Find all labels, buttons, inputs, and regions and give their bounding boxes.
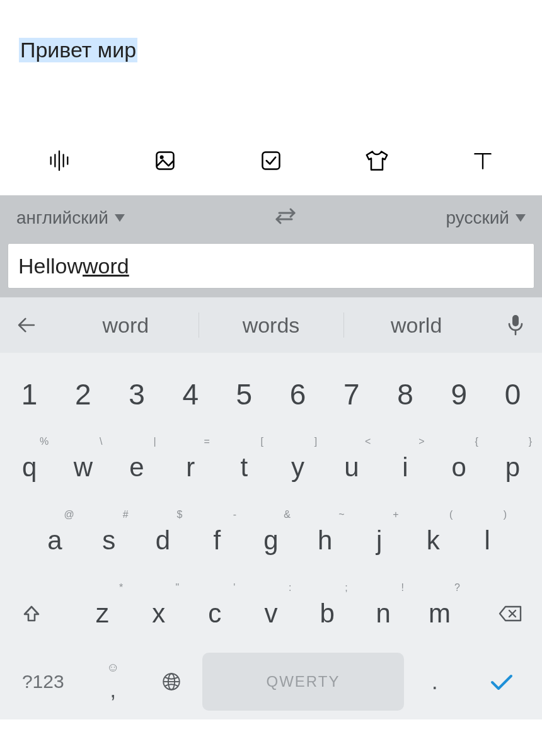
- key-8[interactable]: 8: [379, 360, 430, 428]
- keyboard-row-qwerty: q%w\e|r=t[y]u<i>o{p}: [3, 433, 539, 501]
- chevron-down-icon: [516, 214, 526, 222]
- translate-language-bar: английский русский: [0, 195, 542, 241]
- key-e[interactable]: e|: [111, 433, 162, 501]
- translate-input-text: Hellow: [18, 254, 83, 278]
- key-l[interactable]: l): [461, 507, 513, 575]
- key-f[interactable]: f-: [191, 507, 243, 575]
- key-p[interactable]: p}: [487, 433, 538, 501]
- key-secondary-label: [: [261, 436, 263, 447]
- source-language-label: английский: [16, 208, 108, 228]
- target-language-label: русский: [446, 208, 509, 228]
- comma-label: ,: [110, 677, 116, 703]
- suggestion-item[interactable]: word: [53, 297, 199, 353]
- key-k[interactable]: k(: [407, 507, 459, 575]
- key-0[interactable]: 0: [487, 360, 538, 428]
- note-toolbar: [0, 126, 542, 195]
- key-n[interactable]: n!: [357, 580, 410, 648]
- key-1[interactable]: 1: [4, 360, 55, 428]
- key-g[interactable]: g&: [245, 507, 297, 575]
- note-editor[interactable]: Привет мир: [0, 0, 542, 126]
- mic-button[interactable]: [489, 314, 542, 336]
- key-o[interactable]: o{: [434, 433, 485, 501]
- suggestion-bar: word words world: [0, 297, 542, 353]
- key-s[interactable]: s#: [83, 507, 135, 575]
- key-secondary-label: ': [233, 582, 235, 593]
- suggestion-item[interactable]: world: [343, 297, 489, 353]
- swap-languages-button[interactable]: [273, 207, 298, 230]
- spacebar[interactable]: QWERTY: [202, 653, 405, 711]
- translate-input-active-word: word: [83, 254, 129, 278]
- target-language-selector[interactable]: русский: [446, 208, 526, 228]
- key-x[interactable]: x": [132, 580, 185, 648]
- key-m[interactable]: m?: [413, 580, 466, 648]
- key-4[interactable]: 4: [165, 360, 216, 428]
- key-secondary-label: {: [475, 436, 478, 447]
- svg-rect-13: [512, 315, 519, 326]
- symbols-key[interactable]: ?123: [4, 653, 83, 711]
- key-secondary-label: $: [176, 509, 182, 520]
- key-secondary-label: ~: [338, 509, 344, 520]
- key-secondary-label: =: [204, 436, 209, 447]
- key-2[interactable]: 2: [57, 360, 108, 428]
- key-t[interactable]: t[: [219, 433, 270, 501]
- suggestion-list: word words world: [53, 297, 489, 353]
- key-r[interactable]: r=: [165, 433, 216, 501]
- key-secondary-label: !: [401, 582, 403, 593]
- keyboard-row-zxcv: z*x"c'v:b;n!m?: [3, 580, 539, 648]
- key-secondary-label: (: [449, 509, 453, 520]
- comma-emoji-key[interactable]: ☺ ,: [85, 653, 141, 711]
- back-arrow-button[interactable]: [0, 314, 53, 336]
- key-5[interactable]: 5: [219, 360, 270, 428]
- chevron-down-icon: [115, 214, 125, 222]
- key-secondary-label: %: [40, 436, 49, 447]
- key-secondary-label: ": [176, 582, 180, 593]
- enter-key[interactable]: [465, 653, 538, 711]
- key-secondary-label: -: [233, 509, 236, 520]
- key-secondary-label: |: [153, 436, 156, 447]
- keyboard: 1234567890 q%w\e|r=t[y]u<i>o{p} a@s#d$f-…: [0, 353, 542, 719]
- keyboard-row-numbers: 1234567890: [3, 360, 539, 428]
- backspace-key[interactable]: [483, 580, 538, 648]
- key-d[interactable]: d$: [137, 507, 189, 575]
- key-secondary-label: \: [100, 436, 102, 447]
- key-b[interactable]: b;: [301, 580, 354, 648]
- keyboard-row-asdf: a@s#d$f-g&h~j+k(l): [3, 507, 539, 575]
- key-3[interactable]: 3: [111, 360, 162, 428]
- period-key[interactable]: .: [407, 653, 463, 711]
- key-q[interactable]: q%: [4, 433, 55, 501]
- key-u[interactable]: u<: [326, 433, 377, 501]
- text-icon[interactable]: [470, 148, 495, 173]
- translate-input-container: Hellow word: [0, 241, 542, 297]
- key-v[interactable]: v:: [244, 580, 297, 648]
- key-w[interactable]: w\: [57, 433, 108, 501]
- key-i[interactable]: i>: [379, 433, 430, 501]
- key-secondary-label: }: [529, 436, 532, 447]
- checkbox-icon[interactable]: [258, 148, 284, 173]
- key-y[interactable]: y]: [272, 433, 323, 501]
- shift-key[interactable]: [4, 580, 59, 648]
- key-secondary-label: @: [64, 509, 74, 520]
- key-h[interactable]: h~: [299, 507, 351, 575]
- key-a[interactable]: a@: [29, 507, 81, 575]
- key-7[interactable]: 7: [326, 360, 377, 428]
- key-6[interactable]: 6: [272, 360, 323, 428]
- source-language-selector[interactable]: английский: [16, 208, 125, 228]
- key-secondary-label: ]: [314, 436, 317, 447]
- key-secondary-label: +: [393, 509, 398, 520]
- key-secondary-label: ): [504, 509, 507, 520]
- language-switch-key[interactable]: [144, 653, 200, 711]
- svg-rect-7: [263, 152, 280, 169]
- key-j[interactable]: j+: [354, 507, 405, 575]
- key-9[interactable]: 9: [434, 360, 485, 428]
- suggestion-item[interactable]: words: [199, 297, 344, 353]
- translate-input[interactable]: Hellow word: [8, 243, 534, 289]
- translated-text-block[interactable]: Привет мир: [19, 38, 137, 62]
- shirt-icon[interactable]: [364, 148, 389, 173]
- key-secondary-label: &: [284, 509, 291, 520]
- key-z[interactable]: z*: [76, 580, 129, 648]
- voice-icon[interactable]: [47, 148, 72, 173]
- image-icon[interactable]: [153, 148, 178, 173]
- key-secondary-label: #: [123, 509, 129, 520]
- key-c[interactable]: c': [188, 580, 241, 648]
- svg-point-6: [161, 156, 163, 159]
